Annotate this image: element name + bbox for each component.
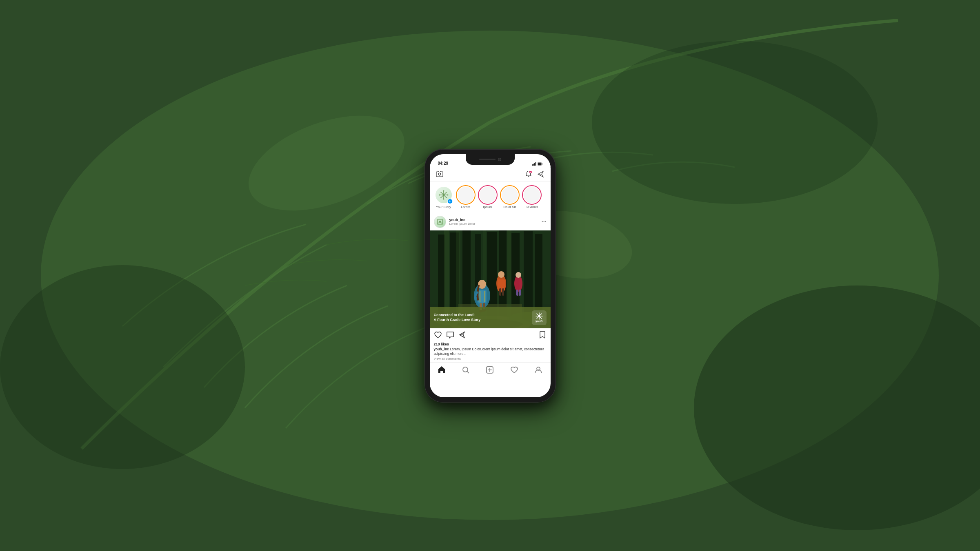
caption-logo-text: youB	[536, 320, 543, 323]
send-button[interactable]	[537, 170, 545, 178]
story-item-your-story[interactable]: Your Story	[435, 186, 453, 209]
post-actions-left	[434, 331, 534, 339]
post-actions	[430, 328, 551, 341]
svg-point-17	[443, 194, 444, 196]
caption-line2: A Fourth Grade Love Story	[434, 318, 481, 323]
svg-rect-47	[480, 291, 480, 302]
phone-shell: 04:29	[425, 149, 556, 402]
like-button[interactable]	[434, 331, 442, 339]
story-item-ipsum[interactable]: Ipsum	[479, 186, 497, 209]
dolor-sit-story-label: Dolor Sit	[503, 205, 516, 209]
post-info: 218 likes youb_inc Lorem, Ipsum DolorLor…	[430, 341, 551, 362]
svg-point-14	[438, 173, 441, 175]
nav-likes-button[interactable]	[509, 365, 519, 375]
phone-mockup: 04:29	[425, 149, 556, 402]
nav-search-button[interactable]	[461, 365, 471, 375]
svg-rect-12	[538, 163, 541, 165]
svg-rect-43	[507, 230, 511, 320]
top-right-icons: ♥	[524, 170, 545, 178]
lorem-avatar-container	[457, 186, 475, 204]
svg-point-66	[538, 315, 540, 317]
ipsum-story-label: Ipsum	[483, 205, 492, 209]
your-story-avatar-container	[435, 186, 453, 204]
caption-overlay: Connected to the Land: A Fourth Grade Lo…	[430, 307, 551, 328]
svg-point-4	[0, 265, 245, 469]
notch-camera	[498, 158, 501, 161]
svg-rect-62	[519, 290, 521, 296]
your-story-label: Your Story	[436, 205, 451, 209]
svg-rect-57	[499, 288, 501, 296]
post-avatar[interactable]	[434, 216, 446, 228]
svg-rect-48	[484, 291, 485, 302]
post-caption: youb_inc Lorem, Ipsum DolorLorem ipsum d…	[434, 347, 547, 356]
caption-text: Connected to the Land: A Fourth Grade Lo…	[434, 313, 481, 322]
stories-row: Your Story Lorem Ipsum	[430, 182, 551, 213]
lorem-story-ring	[456, 185, 476, 205]
post-more-button[interactable]: ···	[542, 219, 547, 225]
story-item-lorem[interactable]: Lorem	[457, 186, 475, 209]
dolor-sit-story-ring	[500, 185, 520, 205]
svg-point-5	[592, 41, 878, 204]
post-caption-text: Lorem, Ipsum DolorLorem ipsum dolor sit …	[434, 347, 544, 356]
nav-profile-button[interactable]	[533, 365, 543, 375]
caption-snowflake-icon	[536, 312, 543, 320]
svg-point-25	[446, 197, 447, 198]
status-icons	[532, 162, 542, 166]
svg-point-56	[498, 271, 504, 278]
phone-screen: 04:29	[430, 154, 551, 397]
dolor-sit-avatar-container	[501, 186, 519, 204]
sit-amet-avatar-container	[523, 186, 541, 204]
svg-rect-8	[533, 164, 534, 166]
svg-point-60	[516, 272, 521, 278]
bottom-navigation	[430, 362, 551, 379]
svg-rect-40	[444, 230, 449, 320]
lorem-story-label: Lorem	[461, 205, 470, 209]
svg-rect-61	[516, 290, 518, 296]
view-comments-link[interactable]: View all comments	[434, 357, 547, 361]
svg-point-49	[478, 280, 486, 289]
svg-point-23	[446, 192, 447, 193]
post-avatar-icon	[436, 218, 444, 226]
post-username[interactable]: youb_inc	[449, 218, 538, 222]
story-item-dolor-sit[interactable]: Dolor Sit	[501, 186, 519, 209]
phone-notch	[466, 154, 515, 165]
notch-speaker	[479, 159, 496, 160]
post-user-info: youb_inc Lorem Ipsum Dolor	[449, 218, 538, 226]
snowflake-icon	[439, 190, 449, 200]
svg-rect-13	[542, 163, 542, 164]
sit-amet-story-ring	[522, 185, 542, 205]
svg-point-21	[447, 194, 448, 195]
svg-rect-37	[535, 234, 542, 315]
svg-rect-41	[456, 230, 460, 320]
top-action-bar: ♥	[430, 167, 551, 182]
caption-line1: Connected to the Land:	[434, 313, 481, 318]
caption-logo: youB	[532, 310, 547, 325]
svg-point-24	[440, 197, 441, 198]
svg-point-19	[443, 198, 444, 199]
signal-icon	[532, 162, 536, 166]
battery-icon	[538, 162, 542, 166]
likes-count: 218 likes	[434, 342, 547, 346]
post-more-text[interactable]: more...	[456, 352, 466, 356]
post-caption-username[interactable]: youb_inc	[434, 347, 449, 351]
notification-button[interactable]: ♥	[524, 170, 533, 178]
svg-point-18	[443, 190, 444, 191]
bookmark-button[interactable]	[538, 331, 547, 339]
ipsum-story-ring	[478, 185, 498, 205]
add-story-badge	[447, 199, 453, 204]
sit-amet-story-label: Sit Amet	[526, 205, 538, 209]
svg-point-20	[439, 194, 440, 195]
camera-button[interactable]	[436, 170, 444, 178]
nav-home-button[interactable]	[437, 365, 447, 375]
status-time: 04:29	[438, 161, 449, 166]
svg-rect-58	[502, 288, 504, 296]
comment-button[interactable]	[446, 331, 454, 339]
nav-add-button[interactable]	[485, 365, 495, 375]
top-left-icons	[436, 170, 444, 178]
post-image: Connected to the Land: A Fourth Grade Lo…	[430, 230, 551, 328]
svg-rect-36	[524, 231, 533, 319]
post-subtitle: Lorem Ipsum Dolor	[449, 222, 538, 226]
share-button[interactable]	[458, 331, 467, 339]
story-item-sit-amet[interactable]: Sit Amet	[523, 186, 541, 209]
ipsum-avatar-container	[479, 186, 497, 204]
